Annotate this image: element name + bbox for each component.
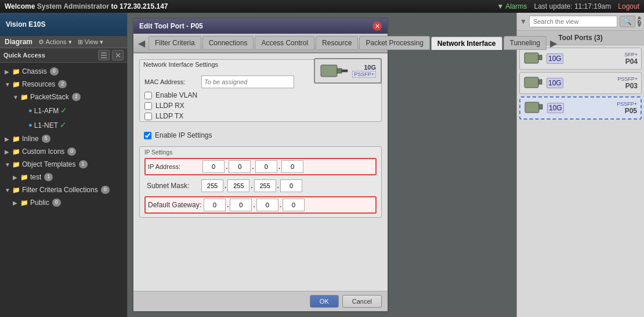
port-preview: 10G PSSFP+ (314, 58, 382, 84)
logout-link[interactable]: Logout (618, 2, 639, 10)
tab-resource[interactable]: Resource (316, 36, 358, 50)
arrow-icon: ▶ (5, 147, 10, 156)
packetstack-indent: ▼ 📁 PacketStack 2 (2, 91, 125, 103)
subnet-mask-row: Subnet Mask: . . . (144, 178, 377, 194)
subnet-octet-3[interactable] (254, 179, 276, 192)
top-bar: Welcome System Administrator to 172.30.2… (0, 0, 644, 13)
tab-access-control[interactable]: Access Control (255, 36, 314, 50)
tab-packet-processing[interactable]: Packet Processing (359, 36, 429, 50)
enable-ip-row: Enable IP Settings (139, 128, 382, 143)
mac-address-input[interactable] (201, 75, 294, 88)
test-label: test (30, 172, 41, 182)
sidebar-item-public[interactable]: ▶ 📁 Public 0 (10, 196, 125, 209)
ok-button[interactable]: OK (310, 295, 339, 308)
arrow-icon: ▶ (5, 135, 10, 143)
fcc-badge: 0 (101, 186, 110, 194)
enable-vlan-checkbox[interactable] (144, 92, 152, 99)
welcome-label: Welcome (5, 2, 35, 10)
dialog-tab-bar: ◀ Filter Criteria Connections Access Con… (133, 34, 388, 53)
tab-tunneling[interactable]: Tunneling (504, 36, 547, 50)
main-layout: Vision E10S Diagram ⚙ Actions ▾ ⊞ View ▾… (0, 13, 644, 317)
search-input[interactable] (529, 16, 617, 27)
actions-button[interactable]: ⚙ Actions ▾ (38, 38, 72, 46)
sidebar-item-l1afm[interactable]: ● L1-AFM ✓ (19, 103, 125, 118)
custom-icons-badge: 0 (67, 147, 76, 156)
right-panel: ▼ 🔍 ? Tool Ports (3) 10G SFP+ (516, 13, 644, 317)
subnet-dot-1: . (225, 182, 226, 190)
gateway-octet-3[interactable] (256, 199, 278, 211)
gateway-octet-2[interactable] (230, 199, 252, 211)
subnet-octet-4[interactable] (280, 179, 302, 192)
tab-next-arrow[interactable]: ▶ (548, 38, 559, 49)
gateway-row: Default Gateway: . . . (144, 196, 377, 214)
l1net-label: L1-NET (34, 120, 58, 131)
p04-type: SFP+ (567, 52, 638, 57)
app-title: Vision E10S (6, 20, 45, 28)
sidebar-item-packetstack[interactable]: ▼ 📁 PacketStack 2 (10, 91, 125, 103)
port-card-p05[interactable]: 10G PSSFP+ P05 (519, 96, 642, 120)
svg-rect-4 (538, 55, 542, 60)
subnet-octet-1[interactable] (201, 179, 223, 192)
sidebar-close-icon[interactable]: ✕ (112, 50, 124, 60)
sidebar-item-custom-icons[interactable]: ▶ 📁 Custom Icons 0 (2, 145, 125, 158)
folder-icon: 📁 (12, 134, 20, 144)
cancel-button[interactable]: Cancel (342, 295, 382, 308)
sidebar-item-test[interactable]: ▶ 📁 test 1 (10, 171, 125, 183)
tab-filter-criteria[interactable]: Filter Criteria (149, 36, 201, 50)
ip-octet-4[interactable] (281, 160, 303, 173)
arrow-icon: ▶ (5, 67, 10, 76)
content-area: Edit Tool Port - P05 ✕ ◀ Filter Criteria… (128, 13, 516, 317)
help-button[interactable]: ? (638, 16, 641, 27)
ip-octet-2[interactable] (229, 160, 251, 173)
search-button[interactable]: 🔍 (620, 16, 635, 27)
ip-octet-3[interactable] (255, 160, 277, 173)
folder-icon: 📁 (12, 160, 20, 170)
sidebar-item-inline[interactable]: ▶ 📁 Inline 5 (2, 132, 125, 145)
last-update: Last update: 11:17:19am (534, 2, 612, 10)
port-icon-p03: 10G (523, 75, 563, 91)
p03-name: P03 (567, 82, 638, 90)
quick-access-label: Quick Access (3, 52, 45, 59)
test-badge: 1 (44, 173, 53, 181)
sidebar-item-filter-criteria-collections[interactable]: ▼ 📁 Filter Criteria Collections 0 (2, 183, 125, 196)
ip-dot-3: . (278, 163, 280, 171)
ip-octet-1[interactable] (202, 160, 225, 173)
sidebar-item-chassis[interactable]: ▶ 📁 Chassis 0 (2, 65, 125, 78)
p03-info: PSSFP+ P03 (567, 76, 638, 90)
ip-settings-legend: IP Settings (144, 149, 377, 156)
sidebar-item-l1net[interactable]: ● L1-NET ✓ (19, 118, 125, 132)
dialog-close-button[interactable]: ✕ (372, 21, 382, 31)
gateway-container: Default Gateway: . . . (144, 196, 377, 214)
p05-info: PSSFP+ P05 (567, 101, 637, 115)
sidebar-item-resources[interactable]: ▼ 📁 Resources 2 (2, 78, 125, 91)
gateway-octet-1[interactable] (204, 199, 226, 211)
chassis-badge: 0 (50, 67, 59, 75)
subnet-dot-3: . (277, 182, 279, 190)
gateway-dot-3: . (280, 201, 281, 209)
top-bar-right: Alarms Last update: 11:17:19am Logout (497, 2, 639, 10)
gateway-octet-4[interactable] (283, 199, 305, 211)
port-card-p04[interactable]: 10G SFP+ P04 (519, 48, 642, 70)
arrow-icon: ▼ (5, 80, 10, 89)
dialog-footer: OK Cancel (133, 291, 388, 311)
tab-connections[interactable]: Connections (202, 36, 254, 50)
lldp-rx-checkbox[interactable] (144, 102, 152, 110)
lldp-tx-label: LLDP TX (155, 112, 183, 120)
view-button[interactable]: ⊞ View ▾ (78, 38, 104, 46)
subnet-mask-input-group: . . . (201, 179, 302, 192)
filter-icon: ▼ (520, 17, 527, 26)
welcome-text: Welcome System Administrator to 172.30.2… (5, 2, 168, 10)
enable-ip-checkbox[interactable] (144, 132, 151, 139)
port-card-p03[interactable]: 10G PSSFP+ P03 (519, 72, 642, 94)
sidebar-item-object-templates[interactable]: ▼ 📁 Object Templates 1 (2, 158, 125, 171)
tab-network-interface[interactable]: Network Interface (431, 37, 502, 50)
tab-prev-arrow[interactable]: ◀ (136, 38, 147, 49)
svg-rect-6 (538, 80, 542, 84)
packetstack-label: PacketStack (30, 92, 69, 102)
lldp-tx-checkbox[interactable] (144, 113, 152, 120)
l1afm-indent: ● L1-AFM ✓ (2, 103, 125, 118)
subnet-octet-2[interactable] (227, 179, 249, 192)
sidebar-menu-icon[interactable]: ☰ (98, 50, 110, 60)
arrow-icon: ▼ (5, 160, 10, 169)
arrow-icon: ▼ (13, 93, 19, 102)
